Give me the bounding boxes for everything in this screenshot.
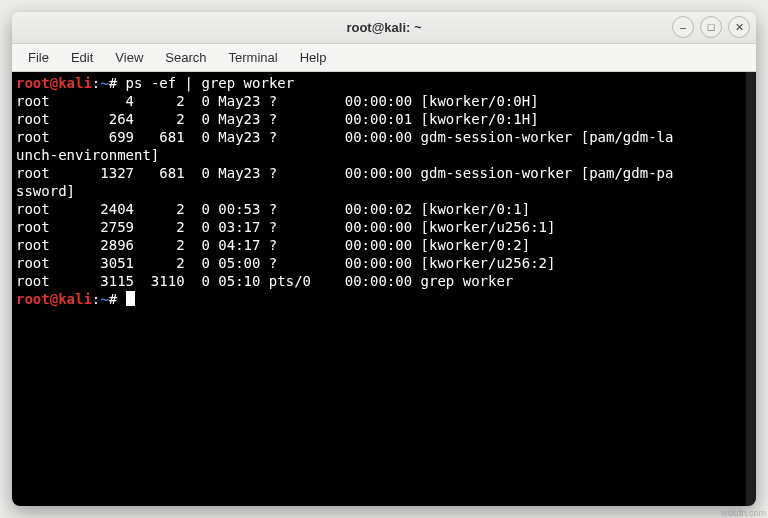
terminal-area[interactable]: root@kali:~# ps -ef | grep worker root 4… [12, 72, 756, 506]
scrollbar[interactable] [746, 72, 756, 506]
window-controls: – □ ✕ [672, 16, 750, 38]
prompt-user: root@kali [16, 75, 92, 91]
prompt-hash: # [109, 75, 126, 91]
minimize-button[interactable]: – [672, 16, 694, 38]
output-line: root 4 2 0 May23 ? 00:00:00 [kworker/0:0… [16, 93, 539, 109]
menu-file[interactable]: File [18, 47, 59, 68]
cursor [126, 291, 135, 306]
window-title: root@kali: ~ [346, 20, 421, 35]
output-line: unch-environment] [16, 147, 159, 163]
titlebar[interactable]: root@kali: ~ – □ ✕ [12, 12, 756, 44]
menu-edit[interactable]: Edit [61, 47, 103, 68]
menu-view[interactable]: View [105, 47, 153, 68]
output-line: root 3051 2 0 05:00 ? 00:00:00 [kworker/… [16, 255, 555, 271]
prompt-path: ~ [100, 291, 108, 307]
output-line: root 2759 2 0 03:17 ? 00:00:00 [kworker/… [16, 219, 555, 235]
prompt-hash: # [109, 291, 126, 307]
output-line: root 699 681 0 May23 ? 00:00:00 gdm-sess… [16, 129, 673, 145]
maximize-button[interactable]: □ [700, 16, 722, 38]
menu-search[interactable]: Search [155, 47, 216, 68]
command-text: ps -ef | grep worker [126, 75, 295, 91]
prompt-user: root@kali [16, 291, 92, 307]
menu-help[interactable]: Help [290, 47, 337, 68]
minimize-icon: – [680, 21, 686, 33]
menu-terminal[interactable]: Terminal [219, 47, 288, 68]
output-line: root 2896 2 0 04:17 ? 00:00:00 [kworker/… [16, 237, 530, 253]
output-line: root 2404 2 0 00:53 ? 00:00:02 [kworker/… [16, 201, 530, 217]
output-line: root 3115 3110 0 05:10 pts/0 00:00:00 gr… [16, 273, 513, 289]
close-button[interactable]: ✕ [728, 16, 750, 38]
close-icon: ✕ [735, 21, 744, 34]
maximize-icon: □ [708, 21, 715, 33]
output-line: root 1327 681 0 May23 ? 00:00:00 gdm-ses… [16, 165, 673, 181]
output-line: root 264 2 0 May23 ? 00:00:01 [kworker/0… [16, 111, 539, 127]
output-line: ssword] [16, 183, 75, 199]
prompt-path: ~ [100, 75, 108, 91]
menubar: File Edit View Search Terminal Help [12, 44, 756, 72]
watermark: wskdn.com [721, 508, 766, 518]
terminal-window: root@kali: ~ – □ ✕ File Edit View Search… [12, 12, 756, 506]
